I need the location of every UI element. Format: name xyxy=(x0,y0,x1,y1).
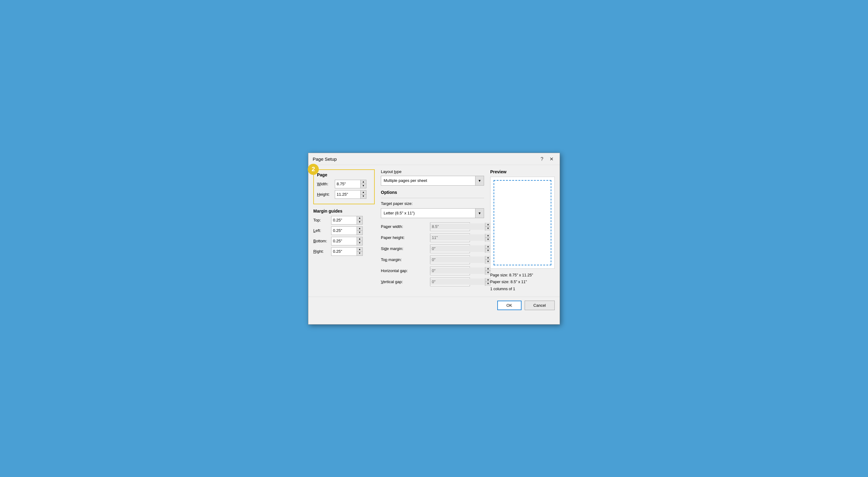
left-margin-up[interactable]: ▲ xyxy=(357,227,363,231)
layout-type-chevron[interactable]: ▼ xyxy=(475,176,484,185)
target-paper-input[interactable] xyxy=(381,209,475,217)
paper-height-input[interactable] xyxy=(430,234,485,241)
height-up-button[interactable]: ▲ xyxy=(361,191,366,195)
close-button[interactable]: ✕ xyxy=(548,156,555,162)
horizontal-gap-input[interactable] xyxy=(430,268,485,274)
page-setup-dialog: Page Setup ? ✕ 2 Page Width: xyxy=(308,153,560,325)
top-margin-label: Top: xyxy=(313,218,331,223)
side-margin-spinner: ▲ ▼ xyxy=(430,244,470,253)
layout-type-input[interactable] xyxy=(381,177,475,184)
width-input[interactable] xyxy=(335,181,360,187)
preview-label: Preview xyxy=(490,169,555,174)
ok-button[interactable]: OK xyxy=(497,301,522,310)
target-paper-chevron[interactable]: ▼ xyxy=(475,209,484,218)
help-button[interactable]: ? xyxy=(539,156,545,162)
left-margin-buttons: ▲ ▼ xyxy=(356,227,363,235)
vertical-gap-label: Vertical gap: xyxy=(381,279,430,284)
target-paper-dropdown[interactable]: ▼ xyxy=(381,208,484,218)
right-margin-input[interactable] xyxy=(332,248,356,254)
title-buttons: ? ✕ xyxy=(539,156,555,162)
top-margin2-input[interactable] xyxy=(430,257,485,263)
paper-width-row: Paper width: ▲ ▼ xyxy=(381,223,484,231)
paper-height-row: Paper height: ▲ ▼ xyxy=(381,233,484,242)
horizontal-gap-label: Horizontal gap: xyxy=(381,268,430,273)
width-spinner: ▲ ▼ xyxy=(335,180,366,189)
target-paper-row: Target paper size: xyxy=(381,201,484,206)
left-panel: 2 Page Width: ▲ ▼ xyxy=(313,169,375,293)
left-margin-label: Left: xyxy=(313,228,331,233)
top-margin-up[interactable]: ▲ xyxy=(357,216,363,220)
bottom-margin-input[interactable] xyxy=(332,238,356,244)
step-badge: 2 xyxy=(311,166,315,173)
target-paper-label: Target paper size: xyxy=(381,201,430,206)
right-margin-label: Right: xyxy=(313,249,331,254)
right-margin-up[interactable]: ▲ xyxy=(357,247,363,251)
horizontal-gap-row: Horizontal gap: ▲ ▼ xyxy=(381,267,484,275)
height-input[interactable] xyxy=(335,191,360,198)
paper-height-spinner: ▲ ▼ xyxy=(430,233,470,242)
width-spinner-buttons: ▲ ▼ xyxy=(360,180,366,188)
options-divider xyxy=(381,198,484,198)
vertical-gap-spinner: ▲ ▼ xyxy=(430,278,470,286)
top-margin-spinner: ▲ ▼ xyxy=(331,216,363,225)
page-size-line1: Page size: 8.75" x 11.25" xyxy=(490,272,555,279)
cancel-button[interactable]: Cancel xyxy=(525,301,555,310)
top-margin-row: Top: ▲ ▼ xyxy=(313,216,375,225)
left-margin-row: Left: ▲ ▼ xyxy=(313,227,375,235)
page-section-title: Page xyxy=(317,172,371,177)
bottom-margin-up[interactable]: ▲ xyxy=(357,237,363,241)
options-label: Options xyxy=(381,190,484,195)
height-down-button[interactable]: ▼ xyxy=(361,195,366,199)
height-spinner-buttons: ▲ ▼ xyxy=(360,191,366,199)
page-size-line2: Paper size: 8.5" x 11" xyxy=(490,278,555,285)
width-row: Width: ▲ ▼ xyxy=(317,180,371,189)
horizontal-gap-spinner: ▲ ▼ xyxy=(430,267,470,275)
paper-width-spinner: ▲ ▼ xyxy=(430,223,470,231)
margin-section: Margin guides Top: ▲ ▼ Left: xyxy=(313,209,375,256)
paper-height-label: Paper height: xyxy=(381,235,430,240)
height-spinner: ▲ ▼ xyxy=(335,190,366,199)
right-margin-spinner: ▲ ▼ xyxy=(331,247,363,256)
width-label: Width: xyxy=(317,181,335,186)
margin-section-title: Margin guides xyxy=(313,209,375,213)
right-margin-buttons: ▲ ▼ xyxy=(356,247,363,255)
right-margin-row: Right: ▲ ▼ xyxy=(313,247,375,256)
bottom-margin-row: Bottom: ▲ ▼ xyxy=(313,237,375,245)
height-label: Height: xyxy=(317,192,335,197)
top-margin2-label: Top margin: xyxy=(381,258,430,262)
page-size-line3: 1 columns of 1 xyxy=(490,285,555,293)
top-margin2-row: Top margin: ▲ ▼ xyxy=(381,255,484,264)
side-margin-label: Side margin: xyxy=(381,246,430,251)
paper-width-label: Paper width: xyxy=(381,224,430,229)
bottom-margin-label: Bottom: xyxy=(313,239,331,243)
vertical-gap-input[interactable] xyxy=(430,278,485,285)
preview-inner xyxy=(494,180,551,265)
width-up-button[interactable]: ▲ xyxy=(361,180,366,184)
top-margin-buttons: ▲ ▼ xyxy=(356,216,363,224)
bottom-margin-down[interactable]: ▼ xyxy=(357,241,363,245)
bottom-margin-buttons: ▲ ▼ xyxy=(356,237,363,245)
right-margin-down[interactable]: ▼ xyxy=(357,251,363,255)
page-section: Page Width: ▲ ▼ He xyxy=(313,169,375,204)
right-panel: Preview Page size: 8.75" x 11.25" Paper … xyxy=(490,169,555,293)
side-margin-row: Side margin: ▲ ▼ xyxy=(381,244,484,253)
layout-type-label: Layout type xyxy=(381,169,484,174)
paper-width-input[interactable] xyxy=(430,223,485,230)
left-margin-down[interactable]: ▼ xyxy=(357,231,363,235)
middle-panel: Layout type ▼ Options Target paper size:… xyxy=(381,169,484,293)
page-size-info: Page size: 8.75" x 11.25" Paper size: 8.… xyxy=(490,272,555,293)
top-margin-input[interactable] xyxy=(332,217,356,223)
left-margin-spinner: ▲ ▼ xyxy=(331,227,363,235)
layout-type-dropdown[interactable]: ▼ xyxy=(381,176,484,185)
left-margin-input[interactable] xyxy=(332,227,356,234)
preview-box xyxy=(490,177,555,269)
bottom-margin-spinner: ▲ ▼ xyxy=(331,237,363,245)
title-bar: Page Setup ? ✕ xyxy=(308,153,560,165)
dialog-content: 2 Page Width: ▲ ▼ xyxy=(308,165,560,297)
top-margin2-spinner: ▲ ▼ xyxy=(430,255,470,264)
vertical-gap-row: Vertical gap: ▲ ▼ xyxy=(381,278,484,286)
dialog-footer: OK Cancel xyxy=(308,297,560,314)
side-margin-input[interactable] xyxy=(430,245,485,252)
top-margin-down[interactable]: ▼ xyxy=(357,220,363,224)
width-down-button[interactable]: ▼ xyxy=(361,184,366,188)
